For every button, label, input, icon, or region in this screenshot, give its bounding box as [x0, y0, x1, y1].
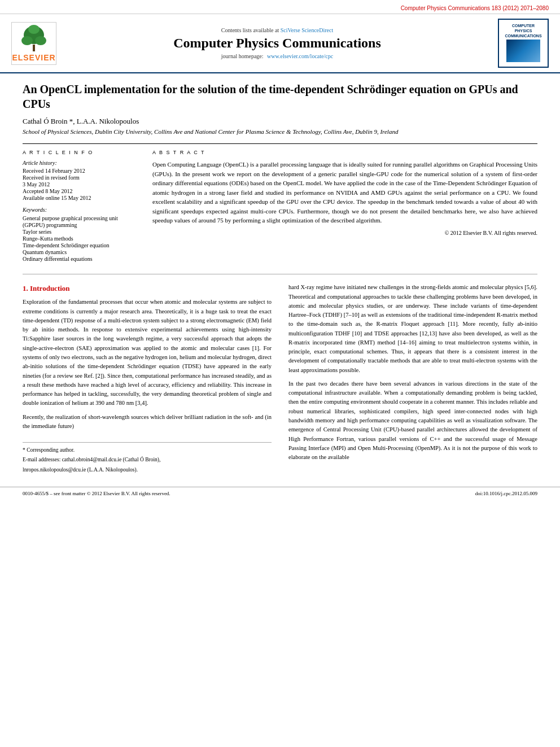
article-info-abstract-section: A R T I C L E I N F O Article history: R… — [23, 143, 537, 263]
bottom-strip: 0010-4655/$ – see front matter © 2012 El… — [0, 487, 560, 500]
intro-left-column: 1. Introduction Exploration of the funda… — [23, 283, 272, 475]
journal-header: ELSEVIER Contents lists available at Sci… — [0, 14, 560, 73]
keyword-4: Time-dependent Schrödinger equation — [23, 242, 135, 248]
authors: Cathal Ó Broin *, L.A.A. Nikolopoulos — [23, 117, 537, 126]
abstract-text: Open Computing Language (OpenCL) is a pa… — [152, 160, 537, 225]
intro-para-2: Recently, the realization of short-wavel… — [23, 413, 272, 431]
journal-title: Computer Physics Communications — [68, 36, 487, 51]
journal-homepage-line: journal homepage: www.elsevier.com/locat… — [68, 53, 487, 59]
section-number: 1. Introduction — [23, 283, 272, 294]
keyword-1: (GPGPU) programming — [23, 222, 135, 228]
svg-rect-0 — [33, 45, 35, 51]
doi-text: doi:10.1016/j.cpc.2012.05.009 — [475, 491, 537, 496]
history-accepted: Accepted 8 May 2012 — [23, 188, 135, 194]
footnote-email1: E-mail addresses: cathal.obroin4@mail.dc… — [23, 456, 272, 464]
bottom-copyright: 0010-4655/$ – see front matter © 2012 El… — [23, 491, 170, 496]
author-names: Cathal Ó Broin *, L.A.A. Nikolopoulos — [23, 117, 139, 125]
cpc-logo-image — [506, 40, 540, 62]
keywords-label: Keywords: — [23, 207, 135, 213]
introduction-section: 1. Introduction Exploration of the funda… — [23, 283, 537, 475]
history-revised-date: 3 May 2012 — [23, 181, 135, 187]
keyword-5: Quantum dynamics — [23, 249, 135, 255]
cpc-logo: COMPUTER PHYSICS COMMUNICATIONS — [498, 19, 549, 68]
section-title: Introduction — [30, 284, 70, 292]
journal-reference: Computer Physics Communications 183 (201… — [401, 5, 549, 11]
cpc-logo-title: COMPUTER PHYSICS COMMUNICATIONS — [502, 23, 544, 38]
footnote-email2: lnropos.nikolopoulos@dcu.ie (L.A.A. Niko… — [23, 466, 272, 474]
section-divider — [23, 274, 537, 274]
keyword-2: Taylor series — [23, 229, 135, 235]
intro-right-para-2: In the past two decades there have been … — [288, 379, 537, 462]
history-revised-label: Received in revised form — [23, 174, 135, 181]
journal-center-info: Contents lists available at SciVerse Sci… — [68, 27, 487, 59]
article-history: Article history: Received 14 February 20… — [23, 160, 135, 201]
top-strip: Computer Physics Communications 183 (201… — [0, 0, 560, 14]
svg-point-4 — [28, 25, 40, 34]
svg-point-2 — [21, 36, 33, 45]
intro-right-column: hard X-ray regime have initiated new cha… — [288, 283, 537, 475]
intro-para-1: Exploration of the fundamental processes… — [23, 298, 272, 408]
intro-right-para-1: hard X-ray regime have initiated new cha… — [288, 283, 537, 375]
homepage-link[interactable]: www.elsevier.com/locate/cpc — [267, 53, 333, 59]
keyword-6: Ordinary differential equations — [23, 256, 135, 262]
keyword-0: General purpose graphical processing uni… — [23, 215, 135, 221]
affiliation: School of Physical Sciences, Dublin City… — [23, 128, 537, 135]
elsevier-wordmark: ELSEVIER — [12, 53, 55, 62]
abstract-heading: A B S T R A C T — [152, 150, 537, 155]
main-content: An OpenCL implementation for the solutio… — [0, 73, 560, 487]
copyright-line: © 2012 Elsevier B.V. All rights reserved… — [152, 230, 537, 236]
sciverse-link[interactable]: SciVerse ScienceDirect — [281, 27, 334, 33]
article-info-column: A R T I C L E I N F O Article history: R… — [23, 150, 135, 263]
elsevier-logo: ELSEVIER — [11, 22, 56, 65]
footnote-corresponding: * Corresponding author. — [23, 446, 272, 454]
contents-available-line: Contents lists available at SciVerse Sci… — [68, 27, 487, 33]
svg-point-3 — [35, 36, 46, 45]
footnote-area: * Corresponding author. E-mail addresses… — [23, 442, 272, 474]
abstract-column: A B S T R A C T Open Computing Language … — [152, 150, 537, 263]
keywords-section: Keywords: General purpose graphical proc… — [23, 207, 135, 262]
history-received: Received 14 February 2012 — [23, 168, 135, 174]
article-title: An OpenCL implementation for the solutio… — [23, 82, 537, 111]
article-info-heading: A R T I C L E I N F O — [23, 150, 135, 155]
elsevier-tree-icon — [17, 25, 51, 53]
history-online: Available online 15 May 2012 — [23, 195, 135, 201]
history-label: Article history: — [23, 160, 135, 166]
keyword-3: Runge–Kutta methods — [23, 235, 135, 242]
